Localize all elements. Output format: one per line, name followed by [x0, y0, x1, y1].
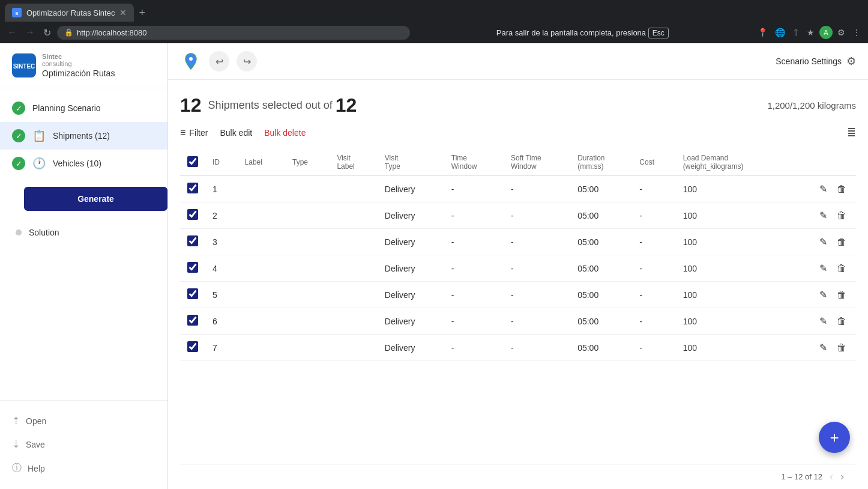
cell-label-1 [238, 176, 285, 202]
row-checkbox-4[interactable] [187, 262, 198, 273]
cell-visit-type-4: Delivery [378, 255, 444, 282]
share-icon-btn[interactable]: ⇧ [790, 25, 802, 40]
select-all-checkbox[interactable] [187, 156, 198, 167]
row-checkbox-6[interactable] [187, 315, 198, 326]
list-view-button[interactable]: ≣ [847, 126, 856, 139]
cell-label-5 [238, 282, 285, 308]
delete-row-5[interactable]: 🗑 [834, 288, 849, 302]
cell-load-demand-1: 100 [676, 176, 788, 202]
nav-check-vehicles: ✓ [12, 157, 25, 170]
row-checkbox-2[interactable] [187, 209, 198, 220]
sidebar-item-planning-scenario[interactable]: ✓ Planning Scenario [0, 94, 167, 122]
menu-icon-btn[interactable]: ⋮ [850, 25, 863, 40]
delete-row-1[interactable]: 🗑 [834, 183, 849, 196]
active-tab[interactable]: S Optimizador Rutas Sintec ✕ [5, 4, 134, 22]
delete-row-3[interactable]: 🗑 [834, 235, 849, 249]
cell-type-5 [285, 282, 330, 308]
cell-soft-time-window-2: - [504, 202, 570, 229]
bulk-delete-button[interactable]: Bulk delete [264, 128, 306, 138]
edit-row-3[interactable]: ✎ [817, 235, 830, 249]
cell-id-4: 4 [205, 255, 238, 282]
prev-page-button[interactable]: ‹ [830, 470, 833, 483]
tab-close-button[interactable]: ✕ [119, 8, 127, 17]
cell-cost-3: - [632, 229, 675, 255]
bookmark-icon-btn[interactable]: ★ [804, 25, 817, 40]
nav-label-vehicles: Vehicles (10) [53, 159, 101, 168]
cell-soft-time-window-4: - [504, 255, 570, 282]
nav-dot-solution [16, 229, 22, 235]
scenario-settings[interactable]: Scenario Settings ⚙ [776, 55, 856, 68]
edit-row-7[interactable]: ✎ [817, 341, 830, 354]
new-tab-button[interactable]: + [134, 4, 150, 22]
refresh-button[interactable]: ↻ [41, 25, 53, 41]
filter-icon: ≡ [180, 127, 185, 138]
cell-visit-label-7 [330, 335, 377, 361]
table-row: 3 Delivery - - 05:00 - 100 ✎ 🗑 [180, 229, 856, 255]
cell-id-6: 6 [205, 308, 238, 335]
fab-plus-icon: + [830, 428, 839, 447]
row-checkbox-3[interactable] [187, 235, 198, 246]
back-button[interactable]: ← [5, 25, 19, 40]
cell-time-window-4: - [444, 255, 504, 282]
cell-type-7 [285, 335, 330, 361]
cell-visit-label-5 [330, 282, 377, 308]
app-title: Optimización Rutas [42, 68, 115, 78]
cell-load-demand-7: 100 [676, 335, 788, 361]
edit-row-1[interactable]: ✎ [817, 182, 830, 196]
cell-cost-5: - [632, 282, 675, 308]
sidebar-item-open[interactable]: ⇡ Open [12, 410, 155, 431]
next-page-button[interactable]: › [840, 470, 844, 483]
forward-button[interactable]: → [23, 25, 37, 40]
edit-row-4[interactable]: ✎ [817, 261, 830, 275]
cell-duration-3: 05:00 [570, 229, 632, 255]
row-checkbox-5[interactable] [187, 288, 198, 299]
cell-cost-1: - [632, 176, 675, 202]
translate-icon-btn[interactable]: 🌐 [773, 25, 788, 40]
generate-button[interactable]: Generate [24, 187, 167, 211]
redo-button[interactable]: ↪ [237, 51, 257, 71]
sidebar-item-shipments[interactable]: ✓ 📋 Shipments (12) [0, 122, 167, 150]
sidebar-footer: ⇡ Open ⇣ Save ⓘ Help [0, 400, 167, 489]
cell-cost-4: - [632, 255, 675, 282]
cell-time-window-7: - [444, 335, 504, 361]
row-checkbox-1[interactable] [187, 183, 198, 193]
filter-button[interactable]: ≡ Filter [180, 127, 208, 138]
table-row: 1 Delivery - - 05:00 - 100 ✎ 🗑 [180, 176, 856, 202]
cell-id-5: 5 [205, 282, 238, 308]
cell-id-3: 3 [205, 229, 238, 255]
logo: SINTEC [12, 53, 36, 77]
delete-row-6[interactable]: 🗑 [834, 315, 849, 328]
sidebar-item-save[interactable]: ⇣ Save [12, 434, 155, 455]
extensions-icon-btn[interactable]: ⚙ [835, 25, 848, 40]
edit-row-5[interactable]: ✎ [817, 288, 830, 302]
location-icon-btn[interactable]: 📍 [755, 25, 770, 40]
col-label: Label [238, 149, 285, 176]
cell-label-7 [238, 335, 285, 361]
cell-time-window-3: - [444, 229, 504, 255]
delete-row-2[interactable]: 🗑 [834, 209, 849, 222]
delete-row-7[interactable]: 🗑 [834, 341, 849, 354]
edit-row-2[interactable]: ✎ [817, 208, 830, 222]
cell-soft-time-window-7: - [504, 335, 570, 361]
bulk-edit-button[interactable]: Bulk edit [220, 128, 252, 138]
main-content: ↩ ↪ Scenario Settings ⚙ 12 Shipments sel… [168, 43, 868, 489]
profile-icon-btn[interactable]: A [819, 26, 833, 39]
sidebar-item-solution[interactable]: Solution [0, 220, 167, 244]
delete-row-4[interactable]: 🗑 [834, 262, 849, 275]
total-count: 12 [336, 94, 357, 117]
sidebar-item-help[interactable]: ⓘ Help [12, 457, 155, 479]
edit-row-6[interactable]: ✎ [817, 314, 830, 328]
cell-duration-7: 05:00 [570, 335, 632, 361]
lock-icon: 🔒 [64, 28, 73, 37]
row-checkbox-7[interactable] [187, 341, 198, 352]
cell-visit-type-6: Delivery [378, 308, 444, 335]
cell-visit-label-3 [330, 229, 377, 255]
sidebar-item-vehicles[interactable]: ✓ 🕐 Vehicles (10) [0, 150, 167, 177]
add-fab-button[interactable]: + [819, 422, 850, 453]
cell-label-6 [238, 308, 285, 335]
settings-gear-icon: ⚙ [846, 55, 856, 68]
scenario-settings-label: Scenario Settings [776, 56, 842, 66]
nav-label-planning: Planning Scenario [32, 103, 101, 113]
undo-button[interactable]: ↩ [209, 51, 229, 71]
col-id: ID [205, 149, 238, 176]
